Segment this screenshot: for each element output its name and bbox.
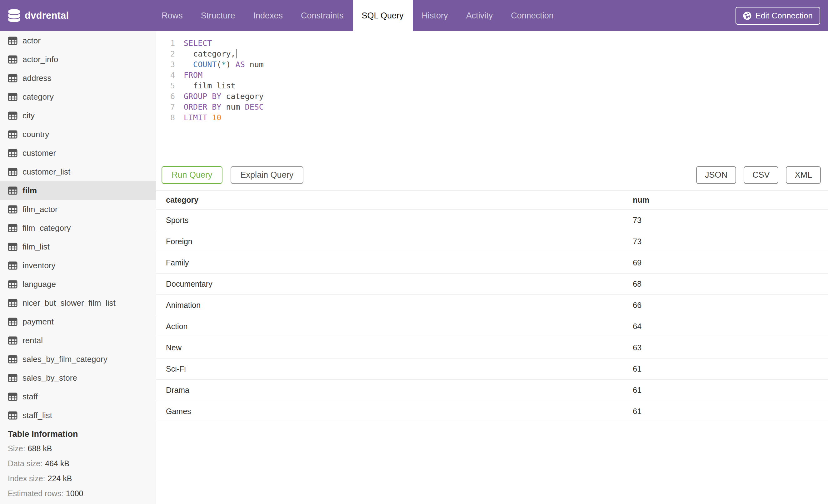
cell-num[interactable]: 61 <box>623 401 828 422</box>
export-button-json[interactable]: JSON <box>696 166 736 184</box>
database-logo: dvdrental <box>0 0 69 31</box>
sidebar-table-item-address[interactable]: address <box>0 69 156 87</box>
table-name: country <box>23 130 49 139</box>
table-icon <box>8 186 17 195</box>
table-name: customer <box>23 148 56 158</box>
table-icon <box>8 243 17 251</box>
export-button-xml[interactable]: XML <box>786 166 821 184</box>
cell-num[interactable]: 61 <box>623 359 828 380</box>
results-area: category num Sports 73 Foreign 73 Family… <box>156 190 828 504</box>
sql-editor[interactable]: 1 SELECT 2 category, 3 COUNT(*) AS num 4… <box>156 31 828 123</box>
table-icon <box>8 374 17 382</box>
cell-category[interactable]: Sci-Fi <box>156 359 623 380</box>
tab-rows[interactable]: Rows <box>153 0 192 31</box>
sidebar-table-item-staff[interactable]: staff <box>0 387 156 406</box>
cell-category[interactable]: Animation <box>156 295 623 316</box>
table-icon <box>8 111 17 120</box>
tab-connection[interactable]: Connection <box>502 0 563 31</box>
code-line: 7 ORDER BY num DESC <box>156 102 828 112</box>
table-icon <box>8 336 17 345</box>
result-row[interactable]: Foreign 73 <box>156 231 828 252</box>
result-row[interactable]: Documentary 68 <box>156 274 828 295</box>
cell-category[interactable]: New <box>156 337 623 359</box>
run-query-button[interactable]: Run Query <box>162 166 222 184</box>
code-line: 2 category, <box>156 49 828 59</box>
sidebar-table-item-customer[interactable]: customer <box>0 144 156 163</box>
result-row[interactable]: Action 64 <box>156 316 828 337</box>
sidebar-table-item-rental[interactable]: rental <box>0 331 156 350</box>
tab-activity[interactable]: Activity <box>457 0 502 31</box>
cell-category[interactable]: Action <box>156 316 623 337</box>
code-line: 4 FROM <box>156 70 828 81</box>
table-info-stat: Index size: 224 kB <box>0 471 156 486</box>
result-row[interactable]: Animation 66 <box>156 295 828 316</box>
sidebar-table-item-nicer-but-slower-film-list[interactable]: nicer_but_slower_film_list <box>0 293 156 312</box>
sidebar-table-item-city[interactable]: city <box>0 106 156 125</box>
sidebar-table-item-sales-by-film-category[interactable]: sales_by_film_category <box>0 350 156 368</box>
cell-category[interactable]: Foreign <box>156 231 623 252</box>
sidebar-table-item-payment[interactable]: payment <box>0 312 156 331</box>
cell-num[interactable]: 64 <box>623 316 828 337</box>
sidebar-table-item-inventory[interactable]: inventory <box>0 256 156 275</box>
code-line: 1 SELECT <box>156 38 828 49</box>
database-name: dvdrental <box>25 10 69 21</box>
tab-history[interactable]: History <box>413 0 457 31</box>
sidebar-table-item-film[interactable]: film <box>0 181 156 200</box>
table-information-heading: Table Information <box>0 427 156 441</box>
explain-query-button[interactable]: Explain Query <box>231 166 304 184</box>
cell-num[interactable]: 68 <box>623 274 828 295</box>
result-row[interactable]: Family 69 <box>156 252 828 274</box>
table-icon <box>8 149 17 157</box>
tab-indexes[interactable]: Indexes <box>244 0 292 31</box>
sidebar-table-item-sales-by-store[interactable]: sales_by_store <box>0 368 156 387</box>
cell-category[interactable]: Documentary <box>156 274 623 295</box>
sidebar-table-item-actor[interactable]: actor <box>0 31 156 50</box>
result-row[interactable]: Sci-Fi 61 <box>156 359 828 380</box>
cell-num[interactable]: 73 <box>623 210 828 231</box>
tab-structure[interactable]: Structure <box>192 0 244 31</box>
table-name: customer_list <box>23 167 70 177</box>
sidebar-table-item-film-list[interactable]: film_list <box>0 237 156 256</box>
column-header-category: category <box>156 190 623 210</box>
line-number: 4 <box>156 70 175 81</box>
table-name: sales_by_film_category <box>23 355 108 364</box>
sidebar-table-item-language[interactable]: language <box>0 275 156 293</box>
table-information-stats: Size: 688 kB Data size: 464 kB Index siz… <box>0 441 156 501</box>
result-row[interactable]: Drama 61 <box>156 380 828 401</box>
globe-icon <box>743 11 751 20</box>
cell-category[interactable]: Games <box>156 401 623 422</box>
cell-num[interactable]: 73 <box>623 231 828 252</box>
table-name: rental <box>23 336 43 346</box>
cell-num[interactable]: 61 <box>623 380 828 401</box>
cell-num[interactable]: 69 <box>623 252 828 274</box>
edit-connection-button[interactable]: Edit Connection <box>736 7 820 25</box>
sidebar-table-item-category[interactable]: category <box>0 87 156 106</box>
table-icon <box>8 318 17 326</box>
sidebar-table-item-customer-list[interactable]: customer_list <box>0 163 156 181</box>
table-name: film_category <box>23 223 71 233</box>
tab-sql-query[interactable]: SQL Query <box>353 0 413 31</box>
cell-category[interactable]: Sports <box>156 210 623 231</box>
tab-bar: RowsStructureIndexesConstraintsSQL Query… <box>153 0 563 31</box>
export-button-csv[interactable]: CSV <box>744 166 779 184</box>
table-name: film_list <box>23 242 50 252</box>
sidebar-table-item-film-actor[interactable]: film_actor <box>0 200 156 219</box>
table-icon <box>8 130 17 139</box>
result-row[interactable]: Games 61 <box>156 401 828 422</box>
table-name: category <box>23 92 54 102</box>
results-header-row: category num <box>156 190 828 210</box>
sidebar-table-item-country[interactable]: country <box>0 125 156 144</box>
cell-num[interactable]: 63 <box>623 337 828 359</box>
sidebar-table-item-staff-list[interactable]: staff_list <box>0 406 156 425</box>
main-panel: 1 SELECT 2 category, 3 COUNT(*) AS num 4… <box>156 31 828 504</box>
tab-constraints[interactable]: Constraints <box>292 0 353 31</box>
line-number: 1 <box>156 38 175 49</box>
table-icon <box>8 55 17 64</box>
cell-num[interactable]: 66 <box>623 295 828 316</box>
result-row[interactable]: Sports 73 <box>156 210 828 231</box>
cell-category[interactable]: Drama <box>156 380 623 401</box>
cell-category[interactable]: Family <box>156 252 623 274</box>
result-row[interactable]: New 63 <box>156 337 828 359</box>
sidebar-table-item-film-category[interactable]: film_category <box>0 219 156 237</box>
sidebar-table-item-actor-info[interactable]: actor_info <box>0 50 156 69</box>
